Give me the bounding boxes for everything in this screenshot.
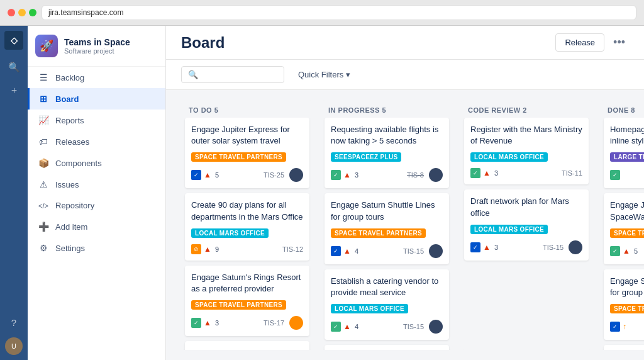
card-label: LOCAL MARS OFFICE [470,225,548,234]
minimize-dot[interactable] [18,9,26,16]
column-codereview-cards: Register with the Mars Ministry of Reven… [460,118,592,350]
card-shuttle-ip2[interactable]: Engage Saturn Shuttle Lines for group to… [325,345,449,350]
card-id: TIS-17 [264,319,284,327]
priority-icon: ▲ [343,247,351,256]
app-logo[interactable]: ◇ [4,31,23,50]
card-title: Draft network plan for Mars office [470,196,582,218]
close-dot[interactable] [8,9,15,16]
nav-releases[interactable]: 🏷 Releases [28,131,165,152]
column-done-cards: Homepage footer uses an inline style–sho… [600,118,644,350]
search-input[interactable] [202,70,277,79]
check-icon: ✓ [470,168,480,178]
card-footer: ✓ ▲ 3 TIS-11 [470,168,582,178]
reports-icon: 📈 [38,115,49,125]
nav-settings[interactable]: ⚙ Settings [28,237,165,259]
card-label: LOCAL MARS OFFICE [470,152,548,162]
settings-icon: ⚙ [38,243,49,253]
card-footer: ✓ ▲ 5 TIS-23 [610,244,644,258]
check-icon: ✓ [331,246,341,256]
global-search-icon[interactable]: 🔍 [4,57,24,77]
card-title: Engage JetShuttle SpaceWays for travel [610,200,644,222]
more-options-button[interactable]: ••• [609,33,629,52]
card-title: Establish a catering vendor to provide m… [331,276,443,298]
nav-releases-label: Releases [55,137,89,147]
card-tis23[interactable]: Engage JetShuttle SpaceWays for travel S… [604,193,644,264]
column-done: DONE 8 Homepage footer uses an inline st… [600,100,644,350]
card-footer: ⊘ ▲ 9 TIS-12 [191,244,303,254]
card-tis8[interactable]: Requesting available flights is now taki… [325,118,449,188]
priority-icon: ▲ [204,171,211,179]
toolbar: 🔍 Quick Filters ▾ [166,60,644,90]
nav-issues-label: Issues [55,180,79,189]
card-tis12[interactable]: Create 90 day plans for all departments … [185,193,309,260]
card-avatar [429,244,443,258]
card-avatar [429,168,443,182]
column-todo-cards: Engage Jupiter Express for outer solar s… [181,118,313,350]
priority-icon: ▲ [343,171,351,179]
check-icon: ✓ [470,242,480,252]
card-title: Enable Speedy SpaceCraft as the preferre… [191,347,303,350]
project-type: Software project [64,47,130,55]
repository-icon: </> [38,202,49,210]
card-tis11[interactable]: Register with the Mars Ministry of Reven… [464,118,589,184]
release-button[interactable]: Release [555,33,604,52]
check-icon: ⊘ [191,244,201,254]
main-content: Board Release ••• 🔍 Quick Filters ▾ TO D… [166,26,644,360]
nav-components[interactable]: 📦 Components [28,152,165,174]
card-title: Create 90 day plans for all departments … [191,200,303,222]
priority-icon: ▲ [483,169,491,177]
card-tis15-ip[interactable]: Engage Saturn Shuttle Lines for group to… [325,193,449,264]
card-avatar [289,168,303,182]
nav-add-item[interactable]: ➕ Add item [28,216,165,237]
card-id: TIS-15 [403,323,424,330]
card-avatar [429,320,443,334]
card-avatar [569,240,582,254]
card-count: 5 [634,247,638,255]
column-inprogress-header: IN PROGRESS 5 [321,100,453,118]
project-name: Teams in Space [64,37,130,47]
card-tis25[interactable]: Engage Jupiter Express for outer solar s… [185,118,309,188]
url-bar[interactable]: jira.teamsinspace.com [42,5,636,20]
nav-backlog[interactable]: ☰ Backlog [28,67,165,88]
card-footer: ✓ ▲ 3 TIS-8 [331,168,443,182]
check-icon: ✓ [331,170,341,180]
card-speedy[interactable]: Enable Speedy SpaceCraft as the preferre… [185,341,309,350]
priority-icon: ▲ [623,247,630,256]
card-catering-done[interactable]: Establish a catering vendor to provide m… [604,345,644,350]
card-id: TIS-12 [282,245,303,253]
card-tis68[interactable]: Homepage footer uses an inline style–sho… [604,118,644,188]
nav-reports[interactable]: 📈 Reports [28,110,165,131]
card-avatar [289,316,303,330]
nav-board[interactable]: ⊞ Board [28,88,165,110]
card-catering-ip[interactable]: Establish a catering vendor to provide m… [325,269,449,340]
global-help-icon[interactable]: ? [4,312,24,332]
quick-filters-label: Quick Filters [298,70,343,79]
card-label: LOCAL MARS OFFICE [191,228,269,238]
global-sidebar: ◇ 🔍 ＋ ? U [0,26,28,360]
card-label: SPACE TRAVEL PARTNERS [610,304,644,313]
card-tis15-cr[interactable]: Draft network plan for Mars office LOCAL… [464,189,589,260]
priority-icon: ▲ [483,243,491,252]
user-avatar[interactable]: U [5,337,23,355]
card-tis17[interactable]: Engage Saturn's Rings Resort as a prefer… [185,266,309,336]
card-id: TIS-15 [403,247,424,255]
maximize-dot[interactable] [29,9,36,16]
nav-issues[interactable]: ⚠ Issues [28,174,165,195]
components-icon: 📦 [38,158,49,168]
card-footer: ✓ ▲ 4 TIS-15 [331,244,443,258]
nav-repository[interactable]: </> Repository [28,195,165,216]
priority-icon: ↑ [623,322,626,331]
card-title: Engage Saturn's Rings Resort as a prefer… [191,272,303,295]
quick-filters-button[interactable]: Quick Filters ▾ [292,67,357,82]
card-title: Engage Jupiter Express for outer solar s… [191,124,303,147]
card-tis15-done[interactable]: Engage Saturn Shuttle Lines for group to… [604,269,644,340]
nav-reports-label: Reports [55,116,84,125]
card-label: SPACE TRAVEL PARTNERS [191,300,286,310]
search-box[interactable]: 🔍 [181,66,284,83]
card-count: 5 [215,171,219,179]
check-icon: ✓ [610,322,620,332]
board-container: TO DO 5 Engage Jupiter Express for outer… [166,90,644,360]
column-todo-header: TO DO 5 [181,100,313,118]
global-create-icon[interactable]: ＋ [4,80,24,100]
project-header: 🚀 Teams in Space Software project [28,26,165,67]
